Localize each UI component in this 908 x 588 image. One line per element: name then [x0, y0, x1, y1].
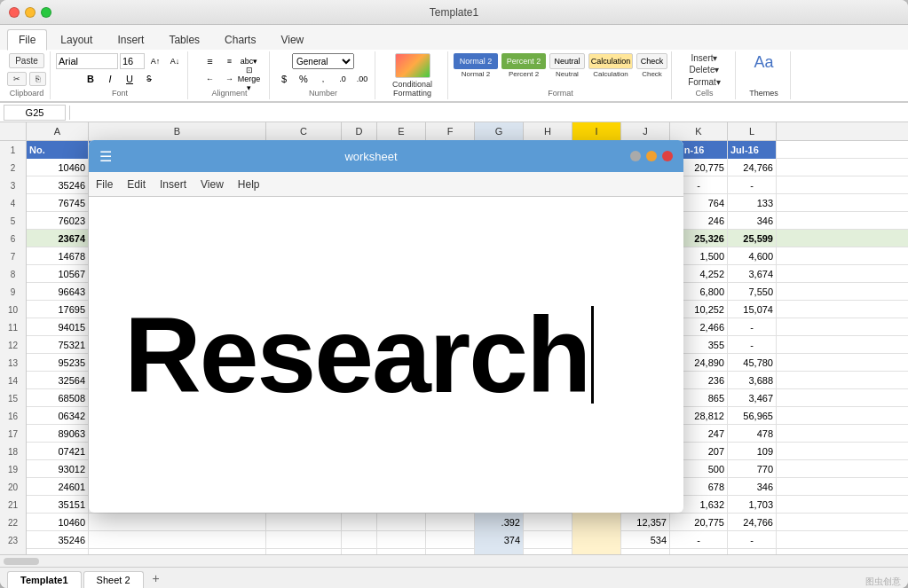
themes-label: Themes — [749, 89, 778, 98]
calculation-style[interactable]: Calculation — [588, 53, 633, 69]
dialog-title-bar: ☰ worksheet — [89, 140, 683, 172]
title-bar: Template1 — [0, 0, 908, 25]
formula-input[interactable] — [74, 105, 904, 121]
dialog-menu-help[interactable]: Help — [238, 178, 260, 191]
percent2-style[interactable]: Percent 2 — [501, 53, 546, 69]
font-name-input[interactable] — [56, 53, 118, 69]
add-sheet-button[interactable]: + — [146, 568, 167, 588]
conditional-format-group: ConditionalFormatting — [377, 51, 448, 99]
increase-font-button[interactable]: A↑ — [146, 53, 164, 69]
dialog-menu-file[interactable]: File — [96, 178, 113, 191]
tab-file[interactable]: File — [7, 29, 47, 51]
italic-button[interactable]: I — [101, 71, 119, 87]
font-size-input[interactable] — [120, 53, 145, 69]
cell-styles-group: Normal 2 Normal 2 Percent 2 Percent 2 Ne… — [450, 51, 672, 99]
dialog-dot-1[interactable] — [630, 151, 641, 161]
align-controls-bottom: ← → ⊡ Merge ▾ — [201, 71, 258, 87]
bold-button[interactable]: B — [82, 71, 99, 87]
spreadsheet-wrapper: A B C D E F G H I J K L 1 No. Marketing … — [0, 122, 908, 567]
format-group-label: Format — [548, 89, 573, 98]
sheet-tab-sheet2[interactable]: Sheet 2 — [83, 571, 144, 588]
strikethrough-button[interactable]: S̶ — [140, 71, 158, 87]
number-label: Number — [309, 89, 337, 98]
tab-tables[interactable]: Tables — [157, 29, 211, 50]
dialog-dot-2[interactable] — [646, 151, 657, 161]
number-group: General Number Currency Percentage $ % ,… — [272, 51, 375, 99]
window-controls — [9, 7, 51, 18]
merge-button[interactable]: ⊡ Merge ▾ — [241, 71, 258, 87]
window-title: Template1 — [430, 6, 478, 19]
percent-button[interactable]: % — [295, 71, 312, 87]
clipboard-group: Paste ✂ ⎘ Clipboard — [4, 51, 51, 99]
sheet-tab-bar: Template1 Sheet 2 + 图虫创意 — [0, 567, 908, 588]
font-format-controls: B I U S̶ — [82, 71, 158, 87]
decimal-decrease-button[interactable]: .00 — [353, 71, 371, 87]
ribbon-content: Paste ✂ ⎘ Clipboard A↑ A↓ B I — [0, 50, 908, 102]
font-label: Font — [112, 89, 128, 98]
alignment-group: ≡ ≡ abc▾ ← → ⊡ Merge ▾ Alignment — [190, 51, 270, 99]
tab-charts[interactable]: Charts — [213, 29, 267, 50]
tab-insert[interactable]: Insert — [106, 29, 155, 50]
decrease-font-button[interactable]: A↓ — [166, 53, 184, 69]
indent-increase-button[interactable]: → — [221, 71, 239, 87]
cells-group: Insert▾ Delete▾ Format▾ Cells — [674, 51, 736, 99]
themes-group: Aa Themes — [738, 51, 791, 99]
font-controls: A↑ A↓ — [56, 53, 184, 69]
formula-bar-divider — [69, 106, 70, 120]
watermark: 图虫创意 — [865, 576, 901, 588]
research-word: Research — [124, 294, 589, 416]
dialog-window-controls — [630, 151, 673, 161]
cell-reference-box[interactable] — [4, 105, 66, 121]
dialog-dot-3[interactable] — [662, 151, 673, 161]
clipboard-controls: Paste — [9, 53, 44, 68]
cells-label: Cells — [695, 89, 713, 98]
font-group: A↑ A↓ B I U S̶ Font — [52, 51, 188, 99]
check-style[interactable]: Check — [636, 53, 667, 69]
tab-view[interactable]: View — [269, 29, 315, 50]
h-scroll-thumb[interactable] — [4, 558, 39, 565]
currency-button[interactable]: $ — [275, 71, 293, 87]
number-format-select[interactable]: General Number Currency Percentage — [292, 53, 354, 69]
dialog-title: worksheet — [344, 150, 397, 163]
minimize-button[interactable] — [25, 7, 36, 18]
research-text-display: Research — [124, 294, 594, 416]
dialog-overlay: ☰ worksheet File Edit Insert View — [0, 122, 908, 554]
dialog-menu-icon[interactable]: ☰ — [99, 148, 112, 165]
dialog-content[interactable]: Research — [89, 197, 683, 513]
dialog-menu-edit[interactable]: Edit — [127, 178, 146, 191]
alignment-label: Alignment — [211, 89, 247, 98]
ribbon: File Layout Insert Tables Charts View Pa… — [0, 25, 908, 103]
neutral-style[interactable]: Neutral — [549, 53, 585, 69]
horizontal-scrollbar[interactable] — [0, 554, 908, 567]
formula-bar — [0, 103, 908, 122]
main-window: Template1 File Layout Insert Tables Char… — [0, 0, 908, 588]
sheet-tab-template1[interactable]: Template1 — [7, 571, 82, 588]
worksheet-dialog: ☰ worksheet File Edit Insert View — [89, 140, 683, 513]
clipboard-label: Clipboard — [10, 89, 44, 98]
thousands-button[interactable]: , — [314, 71, 332, 87]
ribbon-tab-bar: File Layout Insert Tables Charts View — [0, 25, 908, 50]
decimal-increase-button[interactable]: .0 — [334, 71, 351, 87]
normal2-style[interactable]: Normal 2 — [454, 53, 498, 69]
align-center-button[interactable]: ≡ — [221, 53, 239, 69]
paste-button[interactable]: Paste — [9, 53, 44, 68]
conditional-format-icon — [395, 53, 430, 78]
align-left-button[interactable]: ≡ — [201, 53, 219, 69]
maximize-button[interactable] — [41, 7, 51, 18]
spreadsheet-area: A B C D E F G H I J K L 1 No. Marketing … — [0, 122, 908, 554]
number-btn-controls: $ % , .0 .00 — [275, 71, 371, 87]
dialog-menu-insert[interactable]: Insert — [160, 178, 186, 191]
text-cursor — [591, 306, 594, 404]
indent-decrease-button[interactable]: ← — [201, 71, 219, 87]
underline-button[interactable]: U — [121, 71, 138, 87]
dialog-menubar: File Edit Insert View Help — [89, 172, 683, 197]
cut-button[interactable]: ✂ — [7, 72, 27, 86]
dialog-menu-view[interactable]: View — [201, 178, 224, 191]
tab-layout[interactable]: Layout — [49, 29, 104, 50]
themes-icon: Aa — [754, 53, 773, 72]
close-button[interactable] — [9, 7, 20, 18]
copy-button[interactable]: ⎘ — [29, 72, 46, 86]
number-format-controls: General Number Currency Percentage — [292, 53, 354, 69]
conditional-format-label: ConditionalFormatting — [392, 80, 432, 98]
